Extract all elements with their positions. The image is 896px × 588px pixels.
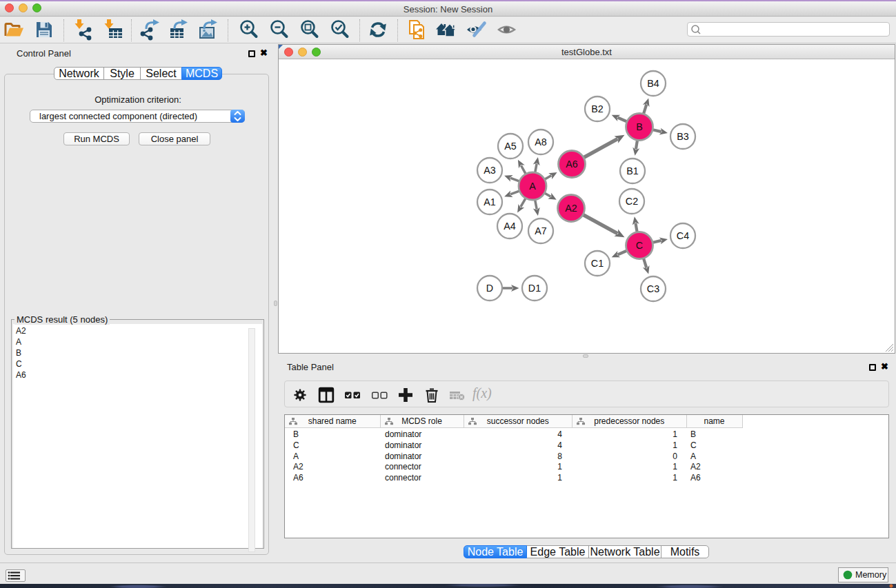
svg-text:A3: A3 (484, 165, 496, 176)
svg-text:C1: C1 (591, 258, 604, 269)
svg-text:B3: B3 (677, 131, 689, 142)
svg-text:B4: B4 (647, 78, 659, 89)
svg-text:A4: A4 (504, 221, 516, 232)
svg-text:B1: B1 (626, 165, 639, 176)
svg-text:A6: A6 (566, 159, 578, 170)
svg-text:A5: A5 (504, 141, 517, 152)
svg-text:C: C (636, 240, 643, 251)
svg-text:C2: C2 (626, 196, 638, 207)
svg-text:A8: A8 (535, 136, 547, 148)
svg-text:Memory: Memory (855, 570, 887, 580)
svg-text:A2: A2 (565, 203, 577, 214)
svg-text:A1: A1 (484, 196, 496, 207)
svg-text:A7: A7 (535, 225, 547, 236)
svg-text:D1: D1 (528, 283, 541, 294)
svg-text:C3: C3 (647, 283, 659, 294)
svg-text:B: B (636, 121, 643, 132)
svg-text:D: D (486, 283, 493, 294)
svg-text:A: A (529, 181, 536, 192)
svg-text:B2: B2 (591, 103, 604, 114)
svg-text:C4: C4 (677, 230, 689, 241)
